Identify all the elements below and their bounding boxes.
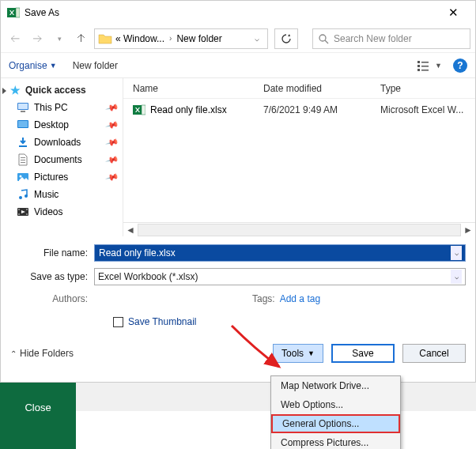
recent-dropdown[interactable]: ▾ (50, 29, 69, 48)
scroll-track[interactable] (138, 224, 461, 236)
scroll-right-icon[interactable]: ► (461, 224, 475, 236)
file-row[interactable]: Read only file.xlsx 7/6/2021 9:49 AM Mic… (123, 99, 475, 121)
col-name[interactable]: Name (133, 83, 263, 94)
body-split: ★ Quick access This PC 📌 Desktop 📌 Downl… (1, 78, 475, 236)
savetype-value: Excel Workbook (*.xlsx) (95, 271, 198, 282)
close-label[interactable]: Close (25, 402, 51, 413)
svg-rect-25 (18, 213, 20, 215)
svg-rect-15 (19, 145, 27, 147)
window-title: Save As (25, 7, 59, 18)
search-icon (318, 33, 329, 44)
horizontal-scrollbar[interactable]: ◄ ► (123, 222, 475, 236)
svg-rect-14 (18, 121, 28, 127)
filename-input[interactable]: Read only file.xlsx ⌵ (94, 244, 466, 262)
sidebar-item-pictures[interactable]: Pictures 📌 (1, 168, 123, 186)
sidebar-item-videos[interactable]: Videos (1, 203, 123, 221)
chevron-down-icon[interactable]: ⌵ (451, 270, 462, 284)
pin-icon: 📌 (105, 170, 120, 184)
path-prefix: « Window... (115, 33, 164, 44)
svg-rect-6 (417, 69, 420, 71)
refresh-button[interactable] (274, 28, 298, 49)
pc-icon (17, 101, 29, 114)
cancel-button[interactable]: Cancel (402, 344, 466, 363)
svg-rect-27 (26, 213, 28, 215)
file-date: 7/6/2021 9:49 AM (263, 104, 380, 115)
file-name: Read only file.xlsx (150, 104, 227, 115)
tools-button[interactable]: Tools ▼ (273, 344, 323, 363)
chevron-down-icon: ▼ (308, 349, 315, 357)
svg-rect-11 (18, 104, 28, 109)
pin-icon: 📌 (105, 118, 120, 132)
svg-rect-9 (421, 70, 429, 71)
titlebar: Save As ✕ (1, 1, 475, 25)
svg-rect-16 (21, 157, 25, 158)
svg-point-2 (319, 35, 326, 41)
add-tag-link[interactable]: Add a tag (280, 293, 320, 304)
desktop-icon (17, 119, 29, 131)
filename-value: Read only file.xlsx (96, 247, 178, 258)
nav-bar: 🡠 🡢 ▾ 🡡 « Window... › New folder ⌵ Searc… (1, 25, 475, 53)
svg-line-3 (325, 40, 328, 43)
breadcrumb[interactable]: « Window... › New folder ⌵ (94, 28, 268, 49)
view-options-button[interactable]: ▼ (417, 60, 442, 71)
save-thumbnail-label: Save Thumbnail (128, 316, 197, 327)
toolbar: Organise ▼ New folder ▼ ? (1, 53, 475, 78)
tools-menu: Map Network Drive... Web Options... Gene… (270, 375, 401, 449)
path-dropdown-icon[interactable]: ⌵ (250, 34, 264, 43)
music-icon (17, 188, 29, 201)
svg-rect-12 (21, 111, 25, 112)
sidebar: ★ Quick access This PC 📌 Desktop 📌 Downl… (1, 78, 123, 236)
footer: ⌃ Hide Folders Tools ▼ Save Cancel (1, 338, 475, 369)
save-button[interactable]: Save (331, 344, 395, 363)
save-thumbnail-checkbox[interactable] (113, 317, 123, 327)
svg-rect-29 (142, 105, 145, 115)
tags-label: Tags: (252, 293, 280, 304)
save-as-dialog: Save As ✕ 🡠 🡢 ▾ 🡡 « Window... › New fold… (0, 0, 476, 383)
sidebar-item-downloads[interactable]: Downloads 📌 (1, 134, 123, 151)
svg-point-22 (25, 194, 28, 198)
sidebar-item-documents[interactable]: Documents 📌 (1, 151, 123, 168)
chevron-down-icon: ▼ (50, 62, 57, 70)
sidebar-item-desktop[interactable]: Desktop 📌 (1, 116, 123, 134)
forward-button[interactable]: 🡢 (28, 29, 47, 48)
search-input[interactable]: Search New folder (312, 28, 470, 49)
document-icon (17, 153, 29, 166)
excel-sidebar-bg: Close (0, 383, 76, 449)
chevron-down-icon[interactable]: ⌵ (451, 246, 462, 260)
scroll-left-icon[interactable]: ◄ (123, 224, 138, 236)
menu-map-network-drive[interactable]: Map Network Drive... (271, 376, 400, 395)
col-date[interactable]: Date modified (263, 83, 380, 94)
hide-folders-button[interactable]: ⌃ Hide Folders (10, 348, 74, 359)
pin-icon: 📌 (105, 153, 120, 167)
menu-general-options[interactable]: General Options... (271, 414, 400, 433)
pin-icon: 📌 (105, 100, 120, 115)
organise-menu[interactable]: Organise ▼ (9, 60, 57, 71)
sidebar-item-quick-access[interactable]: ★ Quick access (1, 81, 123, 99)
savetype-select[interactable]: Excel Workbook (*.xlsx) ⌵ (94, 268, 466, 285)
search-placeholder: Search New folder (334, 33, 412, 44)
sidebar-item-this-pc[interactable]: This PC 📌 (1, 99, 123, 116)
file-type: Microsoft Excel W... (380, 104, 475, 115)
help-button[interactable]: ? (453, 58, 467, 73)
svg-point-20 (20, 175, 22, 178)
svg-rect-17 (21, 160, 25, 160)
column-headers[interactable]: Name Date modified Type (123, 78, 475, 99)
svg-rect-8 (421, 66, 429, 67)
close-button[interactable]: ✕ (437, 6, 469, 20)
sidebar-item-music[interactable]: Music (1, 186, 123, 203)
menu-web-options[interactable]: Web Options... (271, 395, 400, 414)
chevron-up-icon: ⌃ (10, 349, 17, 358)
star-icon: ★ (10, 84, 21, 96)
video-icon (17, 206, 29, 218)
new-folder-button[interactable]: New folder (73, 60, 118, 71)
up-button[interactable]: 🡡 (72, 29, 91, 48)
back-button[interactable]: 🡠 (6, 29, 25, 48)
svg-rect-18 (21, 162, 25, 163)
menu-compress-pictures[interactable]: Compress Pictures... (271, 433, 400, 449)
excel-file-icon (133, 104, 145, 116)
authors-label: Authors: (10, 293, 94, 304)
col-type[interactable]: Type (380, 83, 475, 94)
pictures-icon (17, 171, 29, 183)
form-area: File name: Read only file.xlsx ⌵ Save as… (1, 236, 475, 338)
excel-icon (7, 6, 20, 19)
